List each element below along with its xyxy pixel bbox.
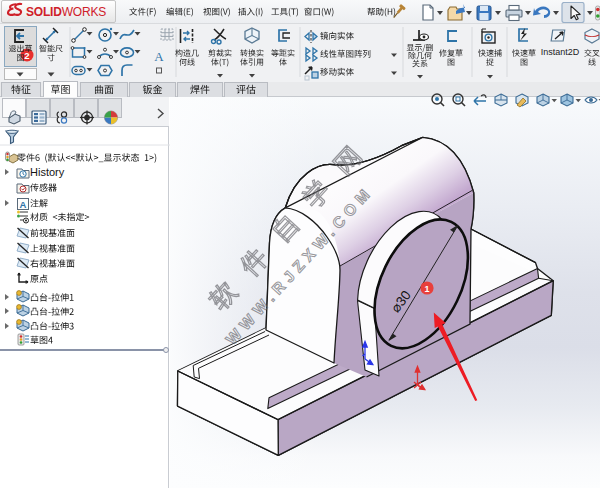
svg-text:1: 1 (424, 284, 429, 294)
svg-text:SOLIDWORKS: SOLIDWORKS (26, 5, 106, 19)
svg-text:A: A (154, 49, 164, 64)
svg-text:2: 2 (24, 50, 29, 61)
svg-text:A: A (20, 199, 27, 210)
